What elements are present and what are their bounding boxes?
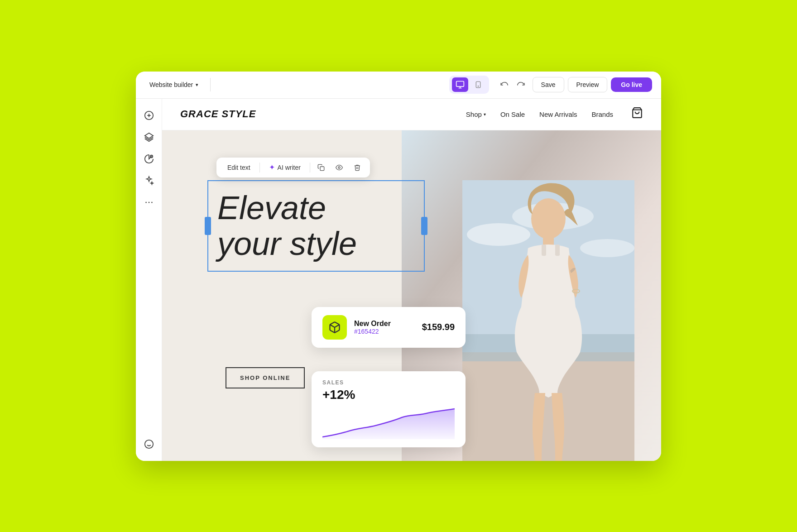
nav-on-sale[interactable]: On Sale <box>500 110 525 118</box>
new-order-card: New Order #165422 $159.99 <box>312 307 466 348</box>
sidebar-add-icon[interactable] <box>139 106 158 125</box>
svg-rect-3 <box>476 81 480 87</box>
sidebar-magic-icon[interactable] <box>139 171 158 190</box>
hero-headline[interactable]: Elevate your style <box>217 190 415 262</box>
shop-chevron-icon: ▾ <box>484 112 486 117</box>
hero-left-panel: Edit text ✦ AI writer <box>162 130 402 461</box>
go-live-button[interactable]: Go live <box>611 77 652 92</box>
floating-text-toolbar: Edit text ✦ AI writer <box>216 158 370 177</box>
svg-point-12 <box>151 201 153 203</box>
desktop-view-button[interactable] <box>452 77 468 92</box>
sidebar-face-icon[interactable] <box>139 435 158 454</box>
sales-card: SALES +12% <box>312 371 466 447</box>
order-icon-box <box>322 315 347 340</box>
sidebar-more-icon[interactable] <box>139 193 158 212</box>
svg-rect-28 <box>542 244 546 256</box>
svg-point-26 <box>531 198 566 239</box>
svg-point-25 <box>580 239 634 257</box>
svg-rect-29 <box>555 244 560 256</box>
website-builder-button[interactable]: Website builder ▾ <box>145 78 203 91</box>
sparkle-icon: ✦ <box>269 163 275 172</box>
canvas: GRACE STYLE Shop ▾ On Sale New Arrivals … <box>162 99 661 461</box>
edit-text-button[interactable]: Edit text <box>222 161 256 174</box>
sales-value: +12% <box>322 388 455 402</box>
undo-redo-group <box>496 77 529 92</box>
order-price: $159.99 <box>422 322 455 332</box>
undo-button[interactable] <box>496 77 512 92</box>
redo-button[interactable] <box>514 77 529 92</box>
order-title: New Order <box>354 320 415 328</box>
save-button[interactable]: Save <box>533 77 564 92</box>
preview-button[interactable]: Preview <box>568 77 608 92</box>
svg-point-10 <box>145 201 147 203</box>
site-preview: GRACE STYLE Shop ▾ On Sale New Arrivals … <box>162 99 661 461</box>
svg-point-23 <box>467 223 530 246</box>
chevron-down-icon: ▾ <box>196 82 198 88</box>
delete-button[interactable] <box>350 160 365 175</box>
nav-new-arrivals[interactable]: New Arrivals <box>539 110 577 118</box>
sidebar <box>136 99 162 461</box>
svg-point-13 <box>144 440 153 448</box>
hero-text-selection-box: Elevate your style <box>207 180 425 272</box>
nav-brands[interactable]: Brands <box>591 110 613 118</box>
toolbar-ft-divider2 <box>310 163 310 173</box>
hero-section: Edit text ✦ AI writer <box>162 130 661 461</box>
order-info: New Order #165422 <box>354 320 415 335</box>
resize-handle-left[interactable] <box>205 217 211 235</box>
toolbar-actions: Save Preview Go live <box>533 77 652 92</box>
sales-label: SALES <box>322 379 455 386</box>
svg-point-11 <box>148 201 149 203</box>
browser-window: Website builder ▾ <box>136 72 661 461</box>
sidebar-layers-icon[interactable] <box>139 128 158 147</box>
ai-writer-button[interactable]: ✦ AI writer <box>264 160 306 174</box>
site-logo: GRACE STYLE <box>180 108 256 120</box>
mobile-view-button[interactable] <box>470 77 486 92</box>
svg-point-4 <box>478 86 478 86</box>
site-nav-links: Shop ▾ On Sale New Arrivals Brands <box>466 110 613 118</box>
website-builder-label: Website builder <box>149 81 193 88</box>
cart-icon[interactable] <box>631 107 643 121</box>
model-figure <box>462 180 634 461</box>
shop-online-button[interactable]: SHOP ONLINE <box>226 367 305 388</box>
site-nav: GRACE STYLE Shop ▾ On Sale New Arrivals … <box>162 99 661 130</box>
sidebar-design-icon[interactable] <box>139 149 158 168</box>
visibility-button[interactable] <box>332 160 346 175</box>
toolbar-ft-divider <box>259 163 260 173</box>
order-id: #165422 <box>354 328 415 335</box>
resize-handle-right[interactable] <box>421 217 427 235</box>
nav-shop[interactable]: Shop ▾ <box>466 110 486 118</box>
svg-point-18 <box>338 167 340 168</box>
svg-rect-17 <box>320 167 324 171</box>
toolbar: Website builder ▾ <box>136 72 661 99</box>
device-toggle-group <box>449 76 489 94</box>
toolbar-divider <box>210 78 211 91</box>
svg-rect-0 <box>456 81 464 87</box>
main-area: GRACE STYLE Shop ▾ On Sale New Arrivals … <box>136 99 661 461</box>
copy-button[interactable] <box>314 160 328 175</box>
sales-chart <box>322 407 455 439</box>
